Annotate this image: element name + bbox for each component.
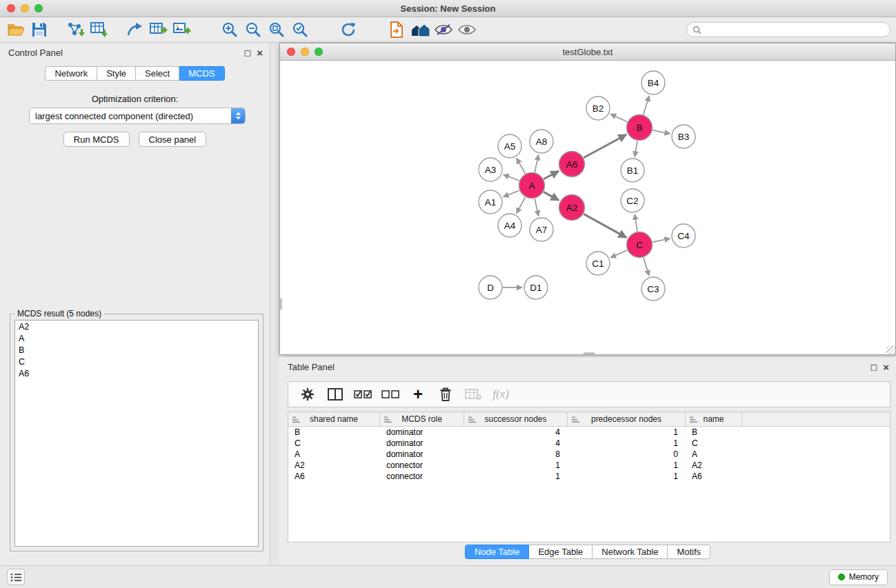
table-row[interactable]: Cdominator41C bbox=[288, 438, 890, 449]
graph-edge-A6-B[interactable] bbox=[584, 134, 626, 158]
graph-node-A1[interactable]: A1 bbox=[479, 190, 502, 214]
graph-node-A4[interactable]: A4 bbox=[498, 214, 521, 237]
table-row[interactable]: Bdominator41B bbox=[288, 427, 890, 438]
graph-node-C4[interactable]: C4 bbox=[672, 224, 695, 247]
minimize-view-button[interactable] bbox=[301, 48, 309, 56]
graph-node-B3[interactable]: B3 bbox=[672, 125, 695, 148]
graph-node-B2[interactable]: B2 bbox=[586, 97, 610, 120]
close-window-button[interactable] bbox=[7, 4, 15, 12]
graph-edge-A-A8[interactable] bbox=[535, 155, 539, 173]
graph-edge-B-B3[interactable] bbox=[653, 130, 670, 134]
graph-edge-A-A5[interactable] bbox=[517, 158, 526, 174]
delete-table-icon[interactable] bbox=[461, 383, 486, 405]
table-row[interactable]: Adominator80A bbox=[288, 449, 890, 460]
graph-edge-A-A2[interactable] bbox=[544, 192, 559, 200]
graph-edge-A-A4[interactable] bbox=[517, 197, 526, 213]
graph-node-D1[interactable]: D1 bbox=[524, 276, 548, 299]
column-header-shared-name[interactable]: shared name bbox=[288, 412, 380, 426]
graph-edge-A-A7[interactable] bbox=[535, 199, 539, 216]
graph-node-B[interactable]: B bbox=[627, 115, 653, 141]
memory-button[interactable]: Memory bbox=[829, 569, 888, 585]
delete-columns-icon[interactable] bbox=[433, 383, 458, 405]
graph-node-B4[interactable]: B4 bbox=[641, 71, 665, 94]
tab-select[interactable]: Select bbox=[136, 66, 179, 81]
tab-network-table[interactable]: Network Table bbox=[593, 545, 668, 559]
zoom-in-icon[interactable] bbox=[218, 19, 241, 41]
zoom-fit-icon[interactable] bbox=[265, 19, 288, 41]
optimization-criterion-select[interactable]: largest connected component (directed) bbox=[29, 108, 246, 124]
graph-edge-A-A6[interactable] bbox=[544, 171, 559, 179]
toggle-graphics-details-icon[interactable] bbox=[432, 19, 455, 41]
export-image-icon[interactable] bbox=[170, 19, 193, 41]
table-row[interactable]: A2connector11A2 bbox=[288, 460, 890, 471]
search-input[interactable] bbox=[705, 25, 884, 34]
table-row[interactable]: A6connector11A6 bbox=[288, 471, 890, 482]
zoom-selected-icon[interactable] bbox=[288, 19, 312, 41]
resize-grip[interactable] bbox=[886, 345, 895, 354]
function-builder-icon[interactable]: f(x) bbox=[488, 383, 513, 405]
graph-node-A6[interactable]: A6 bbox=[559, 152, 585, 177]
column-header-MCDS-role[interactable]: MCDS role bbox=[380, 412, 464, 426]
graph-node-B1[interactable]: B1 bbox=[621, 159, 644, 182]
result-item[interactable]: A6 bbox=[15, 368, 258, 380]
table-settings-icon[interactable] bbox=[295, 383, 320, 405]
graph-node-C[interactable]: C bbox=[627, 232, 653, 258]
result-item[interactable]: C bbox=[15, 356, 258, 368]
unselect-all-columns-icon[interactable] bbox=[378, 383, 403, 405]
result-item[interactable]: A bbox=[15, 333, 258, 345]
export-table-icon[interactable] bbox=[146, 19, 170, 41]
save-session-icon[interactable] bbox=[28, 19, 51, 41]
tab-motifs[interactable]: Motifs bbox=[668, 545, 710, 559]
show-hide-panels-icon[interactable] bbox=[455, 19, 479, 41]
float-panel-icon[interactable]: ◻ bbox=[243, 48, 251, 57]
graph-edge-C-C4[interactable] bbox=[653, 239, 670, 242]
graph-edge-B-B1[interactable] bbox=[635, 141, 637, 156]
horizontal-scroll-indicator[interactable] bbox=[584, 352, 595, 354]
tab-style[interactable]: Style bbox=[97, 66, 136, 81]
graph-edge-B-B4[interactable] bbox=[644, 96, 649, 114]
tab-edge-table[interactable]: Edge Table bbox=[529, 545, 593, 559]
create-new-column-icon[interactable]: + bbox=[406, 383, 430, 405]
vertical-scroll-indicator[interactable] bbox=[280, 298, 282, 310]
import-table-from-file-icon[interactable] bbox=[87, 19, 110, 41]
search-field[interactable] bbox=[686, 22, 890, 37]
close-panel-icon[interactable]: × bbox=[257, 48, 263, 58]
column-header-name[interactable]: name bbox=[686, 412, 742, 426]
export-network-icon[interactable] bbox=[123, 19, 146, 41]
apply-preferred-layout-icon[interactable] bbox=[337, 19, 360, 41]
network-window-titlebar[interactable]: testGlobe.txt bbox=[280, 43, 895, 61]
graph-node-C1[interactable]: C1 bbox=[586, 252, 610, 275]
graph-node-A7[interactable]: A7 bbox=[530, 218, 553, 241]
graph-node-A3[interactable]: A3 bbox=[479, 158, 502, 181]
zoom-out-icon[interactable] bbox=[241, 19, 265, 41]
column-header-predecessor-nodes[interactable]: predecessor nodes bbox=[568, 412, 686, 426]
open-file-icon[interactable] bbox=[385, 19, 408, 41]
close-table-panel-icon[interactable]: × bbox=[883, 362, 889, 372]
graph-node-C3[interactable]: C3 bbox=[641, 277, 665, 301]
tab-mcds[interactable]: MCDS bbox=[179, 66, 224, 81]
graph-edge-C-C3[interactable] bbox=[644, 258, 649, 276]
graph-node-A8[interactable]: A8 bbox=[530, 130, 553, 153]
network-canvas[interactable]: B4B2BB3A5A8A6A3B1AA1C2A2A4A7C4CC1C3DD1 bbox=[280, 61, 895, 354]
graph-edge-C-C2[interactable] bbox=[635, 214, 637, 232]
import-network-from-file-icon[interactable] bbox=[63, 19, 87, 41]
graph-node-A[interactable]: A bbox=[519, 173, 545, 199]
graph-node-A5[interactable]: A5 bbox=[498, 134, 521, 158]
mcds-result-list[interactable]: A2ABCA6 bbox=[14, 320, 259, 547]
open-session-icon[interactable] bbox=[4, 19, 28, 41]
result-item[interactable]: B bbox=[15, 345, 258, 356]
float-table-panel-icon[interactable]: ◻ bbox=[870, 363, 877, 372]
column-header-successor-nodes[interactable]: successor nodes bbox=[464, 412, 568, 426]
close-panel-button[interactable]: Close panel bbox=[139, 132, 207, 147]
graph-edge-A2-C[interactable] bbox=[584, 214, 626, 237]
select-all-columns-icon[interactable] bbox=[350, 383, 375, 405]
task-history-icon[interactable] bbox=[7, 569, 25, 585]
close-view-button[interactable] bbox=[287, 48, 295, 56]
run-mcds-button[interactable]: Run MCDS bbox=[63, 132, 130, 147]
graph-edge-B-B2[interactable] bbox=[610, 114, 627, 122]
network-graph[interactable]: B4B2BB3A5A8A6A3B1AA1C2A2A4A7C4CC1C3DD1 bbox=[280, 61, 895, 354]
show-columns-icon[interactable] bbox=[323, 383, 348, 405]
minimize-window-button[interactable] bbox=[21, 4, 29, 12]
show-welcome-screen-icon[interactable] bbox=[408, 19, 432, 41]
graph-edge-A-A1[interactable] bbox=[504, 190, 519, 196]
